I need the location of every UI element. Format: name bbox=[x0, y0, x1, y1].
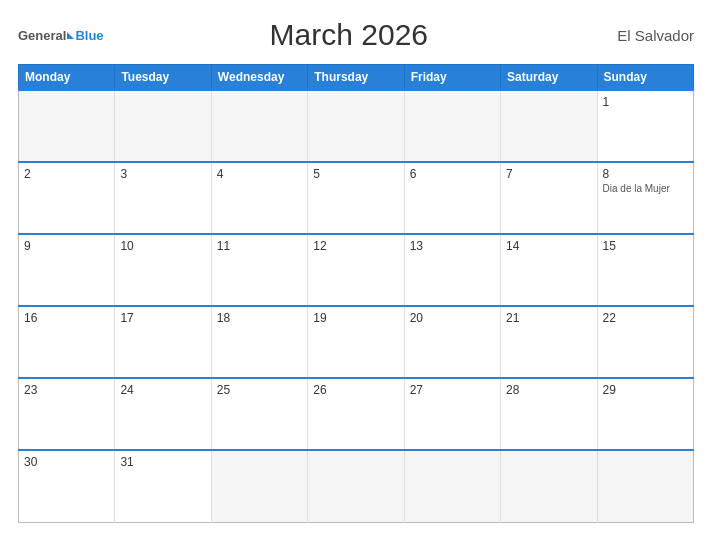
calendar-day-cell: 29 bbox=[597, 378, 693, 450]
calendar-day-cell: 12 bbox=[308, 234, 404, 306]
calendar-day-cell: 24 bbox=[115, 378, 211, 450]
calendar-day-cell: 9 bbox=[19, 234, 115, 306]
calendar-table: MondayTuesdayWednesdayThursdayFridaySatu… bbox=[18, 64, 694, 523]
calendar-day-cell bbox=[211, 450, 307, 522]
weekday-header-monday: Monday bbox=[19, 65, 115, 91]
day-number: 14 bbox=[506, 239, 591, 253]
calendar-day-cell: 1 bbox=[597, 90, 693, 162]
calendar-day-cell bbox=[597, 450, 693, 522]
calendar-day-cell: 3 bbox=[115, 162, 211, 234]
weekday-header-thursday: Thursday bbox=[308, 65, 404, 91]
calendar-day-cell bbox=[115, 90, 211, 162]
calendar-day-cell: 31 bbox=[115, 450, 211, 522]
calendar-day-cell: 21 bbox=[501, 306, 597, 378]
logo: General Blue bbox=[18, 28, 104, 43]
calendar-day-cell: 7 bbox=[501, 162, 597, 234]
calendar-day-cell: 6 bbox=[404, 162, 500, 234]
day-number: 5 bbox=[313, 167, 398, 181]
header: General Blue March 2026 El Salvador bbox=[18, 18, 694, 52]
calendar-week-row: 2345678Dia de la Mujer bbox=[19, 162, 694, 234]
calendar-day-cell bbox=[404, 90, 500, 162]
calendar-day-cell: 22 bbox=[597, 306, 693, 378]
day-number: 3 bbox=[120, 167, 205, 181]
calendar-day-cell: 10 bbox=[115, 234, 211, 306]
day-number: 18 bbox=[217, 311, 302, 325]
holiday-label: Dia de la Mujer bbox=[603, 183, 688, 194]
calendar-day-cell: 27 bbox=[404, 378, 500, 450]
day-number: 1 bbox=[603, 95, 688, 109]
day-number: 4 bbox=[217, 167, 302, 181]
day-number: 24 bbox=[120, 383, 205, 397]
weekday-header-tuesday: Tuesday bbox=[115, 65, 211, 91]
day-number: 15 bbox=[603, 239, 688, 253]
calendar-day-cell bbox=[501, 90, 597, 162]
calendar-day-cell: 19 bbox=[308, 306, 404, 378]
weekday-header-wednesday: Wednesday bbox=[211, 65, 307, 91]
logo-general-text: General bbox=[18, 28, 66, 43]
calendar-day-cell: 4 bbox=[211, 162, 307, 234]
day-number: 19 bbox=[313, 311, 398, 325]
weekday-header-row: MondayTuesdayWednesdayThursdayFridaySatu… bbox=[19, 65, 694, 91]
day-number: 22 bbox=[603, 311, 688, 325]
day-number: 12 bbox=[313, 239, 398, 253]
calendar-day-cell: 11 bbox=[211, 234, 307, 306]
calendar-week-row: 9101112131415 bbox=[19, 234, 694, 306]
day-number: 6 bbox=[410, 167, 495, 181]
day-number: 23 bbox=[24, 383, 109, 397]
calendar-page: General Blue March 2026 El Salvador Mond… bbox=[0, 0, 712, 550]
calendar-week-row: 23242526272829 bbox=[19, 378, 694, 450]
day-number: 7 bbox=[506, 167, 591, 181]
calendar-day-cell: 5 bbox=[308, 162, 404, 234]
weekday-header-friday: Friday bbox=[404, 65, 500, 91]
day-number: 26 bbox=[313, 383, 398, 397]
month-title: March 2026 bbox=[104, 18, 594, 52]
day-number: 28 bbox=[506, 383, 591, 397]
day-number: 2 bbox=[24, 167, 109, 181]
calendar-day-cell bbox=[308, 90, 404, 162]
calendar-day-cell bbox=[19, 90, 115, 162]
day-number: 9 bbox=[24, 239, 109, 253]
calendar-day-cell bbox=[404, 450, 500, 522]
day-number: 20 bbox=[410, 311, 495, 325]
day-number: 8 bbox=[603, 167, 688, 181]
day-number: 30 bbox=[24, 455, 109, 469]
day-number: 25 bbox=[217, 383, 302, 397]
calendar-day-cell bbox=[308, 450, 404, 522]
calendar-week-row: 1 bbox=[19, 90, 694, 162]
calendar-day-cell: 17 bbox=[115, 306, 211, 378]
calendar-day-cell: 16 bbox=[19, 306, 115, 378]
calendar-day-cell: 18 bbox=[211, 306, 307, 378]
calendar-day-cell bbox=[211, 90, 307, 162]
day-number: 13 bbox=[410, 239, 495, 253]
calendar-week-row: 3031 bbox=[19, 450, 694, 522]
weekday-header-saturday: Saturday bbox=[501, 65, 597, 91]
day-number: 27 bbox=[410, 383, 495, 397]
day-number: 21 bbox=[506, 311, 591, 325]
logo-triangle-icon bbox=[67, 32, 74, 39]
calendar-day-cell: 25 bbox=[211, 378, 307, 450]
calendar-week-row: 16171819202122 bbox=[19, 306, 694, 378]
calendar-day-cell: 26 bbox=[308, 378, 404, 450]
calendar-day-cell: 28 bbox=[501, 378, 597, 450]
country-label: El Salvador bbox=[594, 27, 694, 44]
day-number: 11 bbox=[217, 239, 302, 253]
calendar-day-cell: 30 bbox=[19, 450, 115, 522]
logo-blue-text: Blue bbox=[75, 28, 103, 43]
calendar-day-cell: 8Dia de la Mujer bbox=[597, 162, 693, 234]
calendar-day-cell: 14 bbox=[501, 234, 597, 306]
day-number: 16 bbox=[24, 311, 109, 325]
day-number: 17 bbox=[120, 311, 205, 325]
calendar-day-cell: 20 bbox=[404, 306, 500, 378]
weekday-header-sunday: Sunday bbox=[597, 65, 693, 91]
calendar-day-cell bbox=[501, 450, 597, 522]
calendar-day-cell: 15 bbox=[597, 234, 693, 306]
day-number: 29 bbox=[603, 383, 688, 397]
day-number: 10 bbox=[120, 239, 205, 253]
calendar-day-cell: 13 bbox=[404, 234, 500, 306]
calendar-day-cell: 23 bbox=[19, 378, 115, 450]
day-number: 31 bbox=[120, 455, 205, 469]
calendar-day-cell: 2 bbox=[19, 162, 115, 234]
